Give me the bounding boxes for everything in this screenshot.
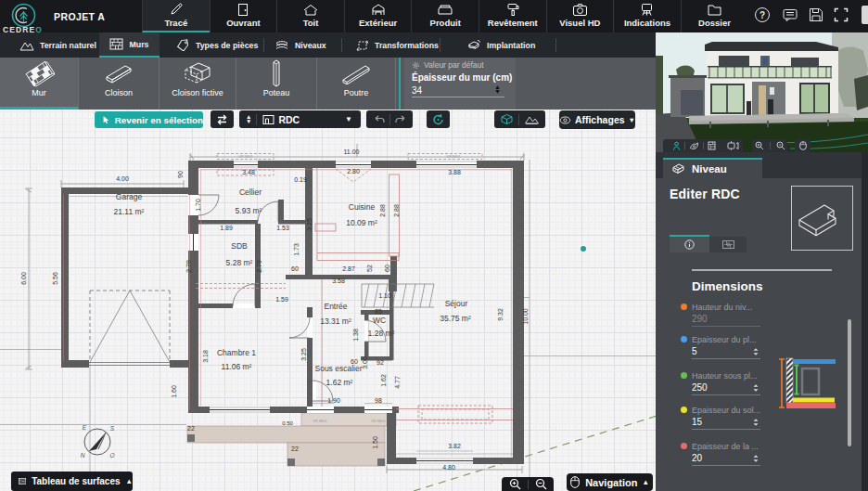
- svg-text:VR MI01: VR MI01: [446, 154, 461, 159]
- svg-text:1.73: 1.73: [293, 243, 300, 256]
- svg-text:1.59: 1.59: [275, 296, 288, 303]
- svg-text:1.50: 1.50: [372, 436, 378, 449]
- svg-text:13.31 m²: 13.31 m²: [320, 317, 351, 326]
- svg-text:2.88: 2.88: [379, 204, 386, 217]
- svg-text:52: 52: [366, 265, 373, 272]
- svg-text:Entrée: Entrée: [324, 302, 347, 311]
- svg-text:Garage: Garage: [116, 192, 143, 201]
- svg-text:S: S: [110, 425, 115, 432]
- svg-text:5.93 m²: 5.93 m²: [236, 206, 262, 215]
- svg-text:3.82: 3.82: [448, 443, 461, 449]
- svg-text:4.80: 4.80: [442, 464, 455, 471]
- svg-text:2.88: 2.88: [393, 204, 400, 217]
- svg-text:1.60: 1.60: [171, 385, 177, 398]
- svg-text:98: 98: [375, 397, 382, 404]
- svg-text:4.00: 4.00: [116, 175, 129, 182]
- svg-text:3.88: 3.88: [448, 169, 461, 175]
- svg-text:1.62: 1.62: [380, 374, 387, 387]
- svg-text:5.56: 5.56: [52, 272, 58, 285]
- svg-text:2.79: 2.79: [185, 260, 192, 273]
- svg-text:21.11 m²: 21.11 m²: [114, 207, 145, 216]
- svg-text:O: O: [109, 452, 114, 459]
- svg-text:1.90: 1.90: [327, 397, 340, 404]
- svg-text:Sous escalier: Sous escalier: [314, 364, 362, 373]
- svg-text:3.25: 3.25: [306, 218, 313, 231]
- svg-text:1.53: 1.53: [276, 225, 289, 231]
- svg-text:2.79: 2.79: [256, 260, 262, 273]
- svg-text:11.00: 11.00: [344, 149, 360, 155]
- svg-text:3.25: 3.25: [300, 348, 307, 361]
- svg-text:1.70: 1.70: [195, 199, 201, 212]
- svg-text:SDB: SDB: [231, 241, 248, 251]
- svg-text:35.75 m²: 35.75 m²: [440, 314, 471, 323]
- svg-text:1.28 m²: 1.28 m²: [368, 329, 395, 338]
- svg-text:?: ?: [760, 10, 765, 20]
- svg-text:10.09 m²: 10.09 m²: [346, 218, 377, 227]
- svg-text:2.87: 2.87: [342, 265, 355, 272]
- svg-text:22: 22: [187, 425, 195, 432]
- svg-text:92: 92: [377, 359, 384, 366]
- svg-text:WC: WC: [373, 316, 386, 325]
- svg-text:1.10: 1.10: [378, 292, 391, 299]
- svg-text:3.48: 3.48: [242, 169, 255, 175]
- svg-text:90: 90: [177, 171, 184, 178]
- svg-text:5.28 m²: 5.28 m²: [226, 258, 253, 267]
- svg-text:3.00: 3.00: [362, 356, 368, 369]
- svg-text:2.80: 2.80: [347, 168, 360, 174]
- svg-text:0.19: 0.19: [294, 176, 307, 183]
- svg-text:VR MI01: VR MI01: [371, 419, 386, 423]
- svg-text:4.77: 4.77: [394, 376, 401, 389]
- svg-text:1.62 m²: 1.62 m²: [326, 378, 353, 387]
- svg-text:E: E: [83, 424, 87, 431]
- svg-text:22: 22: [291, 446, 299, 452]
- svg-text:Cellier: Cellier: [239, 187, 262, 197]
- svg-text:60: 60: [384, 265, 390, 272]
- svg-text:11.06 m²: 11.06 m²: [222, 362, 252, 371]
- svg-text:9.32: 9.32: [497, 308, 504, 321]
- svg-text:VR MI01: VR MI01: [238, 154, 253, 159]
- svg-text:N: N: [81, 452, 85, 459]
- svg-text:Chambre 1: Chambre 1: [217, 348, 256, 357]
- svg-text:VR MI01: VR MI01: [313, 419, 327, 423]
- svg-text:3.18: 3.18: [202, 350, 209, 363]
- svg-text:Cuisine: Cuisine: [349, 202, 376, 212]
- svg-text:3.58: 3.58: [332, 278, 345, 284]
- svg-text:85: 85: [375, 308, 382, 315]
- svg-text:0.50: 0.50: [282, 420, 293, 426]
- svg-text:10.00: 10.00: [522, 308, 529, 325]
- svg-text:Séjour: Séjour: [445, 299, 468, 308]
- svg-text:60: 60: [291, 265, 299, 272]
- svg-text:6.00: 6.00: [20, 272, 27, 285]
- svg-text:1.89: 1.89: [220, 225, 233, 231]
- svg-text:60: 60: [351, 358, 358, 365]
- svg-text:1.38: 1.38: [352, 329, 359, 342]
